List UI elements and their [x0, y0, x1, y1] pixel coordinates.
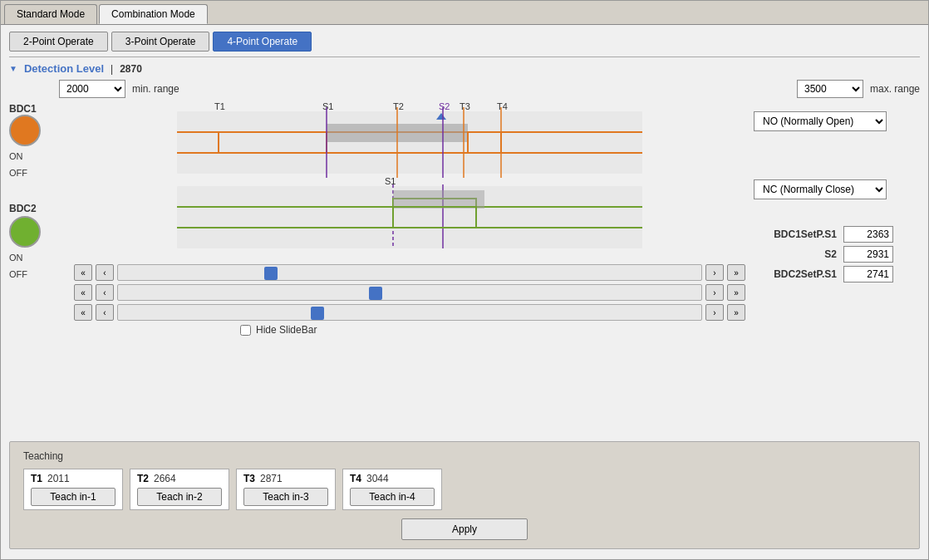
bdc2-off-label: OFF — [9, 269, 41, 279]
min-range-label: min. range — [132, 83, 179, 95]
svg-text:S2: S2 — [439, 103, 450, 111]
teach-in-2-button[interactable]: Teach in-2 — [137, 488, 222, 506]
bdc2-indicator — [9, 216, 41, 248]
teach-t1-label: T1 — [31, 473, 42, 484]
teach-t3-label: T3 — [243, 473, 255, 484]
svg-rect-23 — [393, 190, 484, 209]
teach-items-row: T1 2011 Teach in-1 T2 2664 Teach in-2 — [23, 469, 906, 510]
slider-row-1: « ‹ › » — [74, 264, 745, 281]
svg-text:T4: T4 — [497, 103, 508, 111]
setp3-input[interactable] — [843, 266, 893, 282]
bdc1-on-label: ON — [9, 151, 27, 161]
slider2-prev-btn[interactable]: ‹ — [96, 284, 114, 301]
bdc1-group: BDC1 ON OFF BDC2 ON OFF — [9, 103, 66, 279]
hide-slidebar-checkbox[interactable] — [240, 325, 251, 336]
3pt-operate-button[interactable]: 3-Point Operate — [111, 32, 210, 52]
bdc2-on-label: ON — [9, 253, 41, 263]
max-range-select[interactable]: 3500 3000 4000 — [797, 80, 863, 98]
setp2-label: S2 — [754, 248, 837, 260]
bdc1-mode-select[interactable]: NO (Normally Open) NC (Normally Close) — [754, 111, 887, 131]
teach-item-2: T2 2664 Teach in-2 — [130, 469, 229, 510]
setp-row-2: S2 — [754, 246, 920, 263]
setp-row-1: BDC1SetP.S1 — [754, 226, 920, 243]
apply-button[interactable]: Apply — [401, 518, 528, 540]
slider2-forward-btn[interactable]: » — [727, 284, 745, 301]
slider3-prev-btn[interactable]: ‹ — [96, 304, 114, 321]
svg-rect-1 — [177, 111, 642, 174]
slider1-forward-btn[interactable]: » — [727, 264, 745, 281]
svg-text:T1: T1 — [214, 103, 225, 111]
slider1-next-btn[interactable]: › — [705, 264, 724, 281]
teach-t4-value: 3044 — [366, 473, 389, 484]
bdc1-indicator — [9, 115, 41, 146]
svg-text:T3: T3 — [460, 103, 470, 111]
teaching-title: Teaching — [23, 450, 906, 462]
teach-item-1: T1 2011 Teach in-1 — [23, 469, 123, 510]
detection-value: 2870 — [120, 63, 142, 75]
right-controls: NO (Normally Open) NC (Normally Close) N… — [754, 103, 920, 282]
teaching-box: Teaching T1 2011 Teach in-1 T2 2664 — [9, 441, 920, 549]
detection-label: Detection Level — [24, 62, 104, 75]
slider-row-2: « ‹ › » — [74, 284, 745, 301]
hide-slidebar-label: Hide SlideBar — [256, 324, 317, 336]
slider1-rewind-btn[interactable]: « — [74, 264, 92, 281]
setp1-input[interactable] — [843, 226, 893, 243]
teach-in-1-button[interactable]: Teach in-1 — [31, 488, 116, 506]
2pt-operate-button[interactable]: 2-Point Operate — [9, 32, 108, 52]
teach-in-4-button[interactable]: Teach in-4 — [350, 488, 435, 506]
slider1-thumb[interactable] — [264, 267, 278, 280]
svg-text:S1: S1 — [385, 176, 396, 186]
slider3-rewind-btn[interactable]: « — [74, 304, 92, 321]
teach-t2-value: 2664 — [154, 473, 176, 484]
slider-section: « ‹ › » « ‹ › — [74, 264, 745, 321]
teach-t1-value: 2011 — [47, 473, 70, 484]
range-row: 2000 1500 2500 min. range 3500 3000 4000… — [9, 80, 920, 98]
detection-arrow-icon: ▼ — [9, 64, 17, 73]
apply-row: Apply — [23, 518, 906, 540]
operate-buttons-row: 2-Point Operate 3-Point Operate 4-Point … — [9, 32, 920, 57]
min-range-select[interactable]: 2000 1500 2500 — [59, 80, 125, 98]
bdc1-off-label: OFF — [9, 168, 27, 178]
slider2-rewind-btn[interactable]: « — [74, 284, 92, 301]
slider2-next-btn[interactable]: › — [705, 284, 724, 301]
slider3-next-btn[interactable]: › — [705, 304, 724, 321]
setp1-label: BDC1SetP.S1 — [754, 228, 837, 240]
content-area: 2-Point Operate 3-Point Operate 4-Point … — [1, 25, 928, 559]
svg-text:T2: T2 — [393, 103, 404, 111]
max-range-label: max. range — [870, 83, 920, 95]
slider-row-3: « ‹ › » — [74, 304, 745, 321]
slider1-track[interactable] — [117, 264, 702, 281]
setp2-input[interactable] — [843, 246, 893, 263]
bdc2-mode-select[interactable]: NC (Normally Close) NO (Normally Open) — [754, 179, 887, 199]
teach-in-3-button[interactable]: Teach in-3 — [243, 488, 328, 506]
bdc1-title: BDC1 — [9, 103, 37, 115]
slider3-thumb[interactable] — [311, 307, 324, 320]
slider2-thumb[interactable] — [369, 287, 382, 300]
teach-t2-label: T2 — [137, 473, 149, 484]
slider3-track[interactable] — [117, 304, 702, 321]
detection-level-row: ▼ Detection Level | 2870 — [9, 62, 920, 75]
tab-bar: Standard Mode Combination Mode — [1, 1, 928, 25]
waveform-diagram: T1 S1 T2 S2 T3 T4 — [74, 103, 745, 261]
tab-standard[interactable]: Standard Mode — [4, 4, 97, 24]
diagram-section: T1 S1 T2 S2 T3 T4 — [74, 103, 745, 336]
slider3-forward-btn[interactable]: » — [727, 304, 745, 321]
diagram-and-controls: BDC1 ON OFF BDC2 ON OFF — [9, 103, 920, 433]
teach-t4-label: T4 — [350, 473, 361, 484]
teach-item-4: T4 3044 Teach in-4 — [342, 469, 442, 510]
setpoints-group: BDC1SetP.S1 S2 BDC2SetP.S1 — [754, 226, 920, 282]
tab-combination[interactable]: Combination Mode — [99, 4, 208, 24]
4pt-operate-button[interactable]: 4-Point Operate — [213, 32, 312, 52]
hide-slidebar-row: Hide SlideBar — [74, 324, 745, 336]
slider2-track[interactable] — [117, 284, 702, 301]
teach-item-3: T3 2871 Teach in-3 — [236, 469, 336, 510]
teach-t3-value: 2871 — [260, 473, 283, 484]
setp-row-3: BDC2SetP.S1 — [754, 266, 920, 282]
svg-text:S1: S1 — [322, 103, 333, 111]
main-window: Standard Mode Combination Mode 2-Point O… — [0, 0, 929, 560]
bdc2-title: BDC2 — [9, 203, 37, 214]
setp3-label: BDC2SetP.S1 — [754, 268, 837, 280]
slider1-prev-btn[interactable]: ‹ — [96, 264, 114, 281]
